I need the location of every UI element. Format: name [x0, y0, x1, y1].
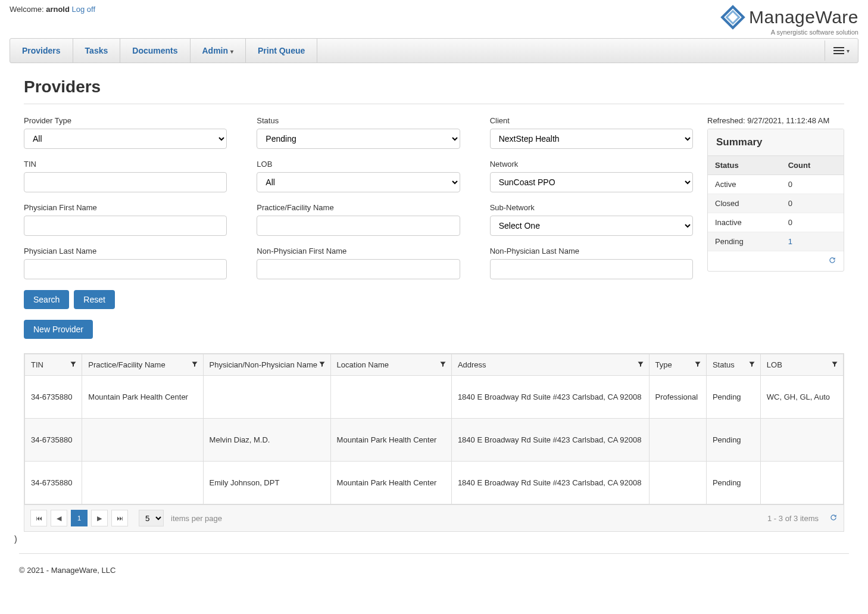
pager-next[interactable]: ▶: [91, 510, 108, 526]
divider: [24, 104, 844, 104]
filter-icon[interactable]: [70, 360, 77, 369]
label-subnetwork: Sub-Network: [490, 203, 693, 212]
logoff-link[interactable]: Log off: [72, 5, 96, 14]
footer-copyright: © 2021 - ManageWare, LLC: [10, 561, 858, 589]
cell-physician: Melvin Diaz, M.D.: [203, 419, 330, 462]
column-header[interactable]: Physician/Non-Physician Name: [203, 354, 330, 376]
column-label: Physician/Non-Physician Name: [210, 360, 317, 369]
column-label: TIN: [31, 360, 43, 369]
column-label: Type: [655, 360, 672, 369]
summary-row-status: Closed: [708, 194, 781, 213]
filter-icon[interactable]: [439, 360, 447, 369]
input-practice-name[interactable]: [257, 216, 460, 236]
label-client: Client: [490, 116, 693, 125]
cell-tin: 34-6735880: [25, 376, 82, 419]
cell-status: Pending: [706, 462, 760, 504]
cell-tin: 34-6735880: [25, 419, 82, 462]
stray-text: ): [10, 532, 858, 546]
nav-providers[interactable]: Providers: [10, 39, 73, 63]
input-tin[interactable]: [24, 172, 227, 192]
refreshed-timestamp: Refreshed: 9/27/2021, 11:12:48 AM: [707, 116, 844, 125]
column-label: Location Name: [337, 360, 389, 369]
column-label: Practice/Facility Name: [88, 360, 165, 369]
column-header[interactable]: Status: [706, 354, 760, 376]
select-network[interactable]: SunCoast PPO: [490, 172, 693, 192]
search-button[interactable]: Search: [24, 290, 69, 309]
summary-refresh-button[interactable]: [708, 251, 844, 271]
table-row[interactable]: 34-6735880Mountain Park Health Center184…: [25, 376, 844, 419]
nav-admin[interactable]: Admin ▾: [191, 39, 246, 63]
cell-practice: Mountain Park Health Center: [82, 376, 203, 419]
cell-location: [330, 376, 451, 419]
column-label: Status: [713, 360, 735, 369]
filter-icon[interactable]: [191, 360, 198, 369]
summary-row-count: 0: [781, 194, 844, 213]
welcome-prefix: Welcome:: [10, 5, 46, 14]
cell-status: Pending: [706, 376, 760, 419]
username: arnold: [46, 5, 70, 14]
nav-print-queue[interactable]: Print Queue: [246, 39, 317, 63]
label-provider-type: Provider Type: [24, 116, 227, 125]
column-header[interactable]: Location Name: [330, 354, 451, 376]
cell-lob: WC, GH, GL, Auto: [760, 376, 843, 419]
label-physician-first: Physician First Name: [24, 203, 227, 212]
select-subnetwork[interactable]: Select One: [490, 216, 693, 236]
summary-row-status: Pending: [708, 232, 781, 251]
column-header[interactable]: Address: [451, 354, 649, 376]
table-row[interactable]: 34-6735880Emily Johnson, DPTMountain Par…: [25, 462, 844, 504]
label-physician-last: Physician Last Name: [24, 247, 227, 255]
nav-documents[interactable]: Documents: [120, 39, 190, 63]
label-practice-name: Practice/Facility Name: [257, 203, 460, 212]
filter-icon[interactable]: [319, 360, 326, 369]
nav-tasks[interactable]: Tasks: [73, 39, 121, 63]
nav-menu-toggle[interactable]: ▾: [825, 40, 858, 61]
cell-address: 1840 E Broadway Rd Suite #423 Carlsbad, …: [451, 376, 649, 419]
label-tin: TIN: [24, 160, 227, 169]
select-client[interactable]: NextStep Health: [490, 129, 693, 149]
table-row[interactable]: 34-6735880Melvin Diaz, M.D.Mountain Park…: [25, 419, 844, 462]
pager-page-size[interactable]: 5: [139, 510, 164, 526]
hamburger-icon: [833, 45, 844, 56]
input-np-last[interactable]: [490, 259, 693, 279]
summary-row-count: 0: [781, 213, 844, 232]
select-lob[interactable]: All: [257, 172, 460, 192]
summary-row-count[interactable]: 1: [781, 232, 844, 251]
cell-tin: 34-6735880: [25, 462, 82, 504]
filter-icon[interactable]: [637, 360, 644, 369]
label-np-first: Non-Physician First Name: [257, 247, 460, 255]
input-np-first[interactable]: [257, 259, 460, 279]
results-grid: TINPractice/Facility NamePhysician/Non-P…: [24, 353, 844, 532]
summary-row-status: Inactive: [708, 213, 781, 232]
cell-type: [649, 462, 706, 504]
cell-address: 1840 E Broadway Rd Suite #423 Carlsbad, …: [451, 462, 649, 504]
input-physician-first[interactable]: [24, 216, 227, 236]
filter-icon[interactable]: [831, 360, 838, 369]
column-header[interactable]: LOB: [760, 354, 843, 376]
pager-refresh-button[interactable]: [829, 513, 838, 523]
welcome-text: Welcome: arnold Log off: [10, 5, 95, 14]
column-header[interactable]: TIN: [25, 354, 82, 376]
refresh-icon: [828, 256, 836, 264]
summary-col-count: Count: [781, 156, 844, 175]
column-header[interactable]: Type: [649, 354, 706, 376]
reset-button[interactable]: Reset: [74, 290, 115, 309]
filter-icon[interactable]: [694, 360, 701, 369]
filter-icon[interactable]: [748, 360, 755, 369]
cell-location: Mountain Park Health Center: [330, 462, 451, 504]
pager-last[interactable]: ⏭: [111, 510, 128, 526]
label-status: Status: [257, 116, 460, 125]
cell-practice: [82, 419, 203, 462]
pager-prev[interactable]: ◀: [51, 510, 67, 526]
select-provider-type[interactable]: All: [24, 129, 227, 149]
cell-address: 1840 E Broadway Rd Suite #423 Carlsbad, …: [451, 419, 649, 462]
pager-first[interactable]: ⏮: [30, 510, 47, 526]
cell-lob: [760, 462, 843, 504]
column-header[interactable]: Practice/Facility Name: [82, 354, 203, 376]
label-network: Network: [490, 160, 693, 169]
column-label: Address: [458, 360, 486, 369]
label-lob: LOB: [257, 160, 460, 169]
pager-page-current[interactable]: 1: [71, 510, 88, 526]
select-status[interactable]: Pending: [257, 129, 460, 149]
new-provider-button[interactable]: New Provider: [24, 320, 93, 339]
input-physician-last[interactable]: [24, 259, 227, 279]
